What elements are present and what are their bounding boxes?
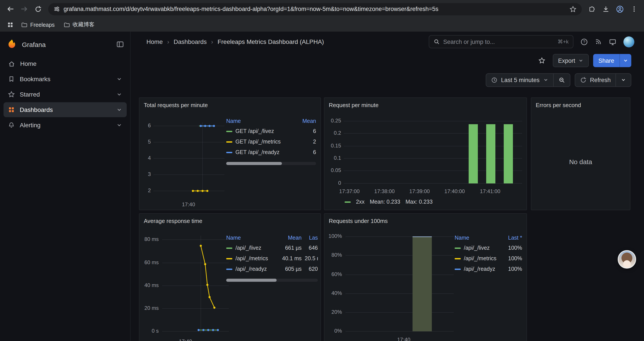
legend-col-mean[interactable]: Mean	[278, 235, 302, 241]
kiosk-monitor-icon[interactable]	[609, 38, 616, 46]
series-name[interactable]: /api/_/livez	[236, 245, 275, 251]
legend-col-mean[interactable]: Mean	[298, 118, 316, 124]
sidebar-item-starred[interactable]: Starred	[4, 87, 127, 102]
sidebar-item-bookmarks[interactable]: Bookmarks	[4, 72, 127, 87]
panel-errors-per-second[interactable]: Errors per second No data	[531, 97, 630, 210]
legend-scrollbar[interactable]	[226, 162, 316, 165]
legend-row[interactable]: /api/_/livez 100%	[454, 243, 522, 253]
series-max: Max: 0.233	[406, 199, 433, 205]
panel-average-response-time[interactable]: Average response time 80 ms 60 ms 40 ms …	[139, 213, 321, 341]
panel-title[interactable]: Average response time	[140, 214, 320, 226]
user-avatar[interactable]	[624, 36, 634, 47]
favorite-star-icon[interactable]	[535, 54, 548, 67]
browser-toolbar: grafana.mathmast.com/d/deytv4rwavabkb/fr…	[0, 0, 644, 18]
chevron-down-icon[interactable]	[116, 107, 122, 113]
legend-col-last[interactable]: Las	[305, 235, 318, 241]
time-range-picker[interactable]: Last 5 minutes	[486, 74, 553, 86]
series-name[interactable]: GET /api/_/livez	[236, 128, 296, 134]
series-name[interactable]: 2xx	[356, 199, 364, 205]
refresh-interval-button[interactable]	[616, 74, 631, 86]
panel-title[interactable]: Request per minute	[324, 98, 526, 110]
series-last: 100%	[503, 266, 522, 272]
sidebar-item-home[interactable]: Home	[4, 56, 127, 71]
y-tick: 60%	[324, 271, 342, 277]
grafana-app: Grafana Home Bookmarks Starred	[0, 32, 644, 341]
legend-row[interactable]: /api/_/livez 661 µs 646	[226, 243, 318, 253]
series-name[interactable]: GET /api/_/metrics	[236, 139, 296, 145]
browser-menu-icon[interactable]	[627, 3, 640, 16]
bar-chart[interactable]	[344, 120, 522, 186]
breadcrumb-dashboards[interactable]: Dashboards	[174, 38, 207, 45]
bookmark-freeleaps[interactable]: Freeleaps	[18, 20, 58, 30]
panel-title[interactable]: Requests under 100ms	[324, 214, 526, 226]
refresh-button[interactable]: Refresh	[575, 74, 616, 86]
panel-request-per-minute[interactable]: Request per minute 0.25 0.2 0.15 0.1 0.0…	[324, 97, 527, 210]
share-button[interactable]: Share	[593, 54, 620, 67]
star-icon	[8, 91, 15, 98]
panel-title[interactable]: Total requests per minute	[140, 98, 320, 110]
legend-row[interactable]: /api/_/readyz 100%	[454, 264, 522, 274]
extensions-icon[interactable]	[585, 3, 598, 16]
dock-menu-icon[interactable]	[116, 40, 124, 48]
zoom-out-button[interactable]	[553, 74, 570, 86]
series-name[interactable]: /api/_/metrics	[464, 255, 500, 261]
y-tick: 0.15	[324, 143, 341, 149]
dashboard-grid: Total requests per minute 6 5 4 3 2	[131, 97, 644, 341]
legend-row[interactable]: GET /api/_/metrics 2	[226, 137, 316, 147]
series-name[interactable]: GET /api/_/readyz	[236, 149, 296, 155]
line-chart[interactable]	[154, 122, 224, 195]
site-settings-icon[interactable]	[54, 6, 60, 12]
series-name[interactable]: /api/_/livez	[464, 245, 500, 251]
forward-icon[interactable]	[18, 3, 31, 16]
panel-total-requests-per-minute[interactable]: Total requests per minute 6 5 4 3 2	[139, 97, 321, 210]
dashboards-icon	[8, 106, 15, 113]
legend-row[interactable]: GET /api/_/livez 6	[226, 126, 316, 137]
breadcrumb-separator: ›	[211, 38, 213, 45]
share-menu-button[interactable]	[620, 54, 631, 67]
legend-col-name[interactable]: Name	[226, 235, 275, 241]
panel-requests-under-100ms[interactable]: Requests under 100ms 100% 80% 60% 40% 20…	[324, 213, 527, 341]
bookmark-blog[interactable]: 收藏博客	[60, 20, 98, 30]
legend-scrollbar[interactable]	[226, 279, 318, 282]
chevron-down-icon[interactable]	[116, 122, 122, 128]
legend-row[interactable]: /api/_/metrics 100%	[454, 253, 522, 264]
chevron-down-icon[interactable]	[116, 76, 122, 82]
search-field[interactable]	[443, 38, 554, 45]
svg-text:?: ?	[583, 40, 585, 44]
legend-row[interactable]: GET /api/_/readyz 6	[226, 147, 316, 158]
legend-row[interactable]: /api/_/metrics 40.1 ms 20.5 r	[226, 253, 318, 264]
apps-grid-icon[interactable]	[4, 19, 16, 31]
series-name[interactable]: /api/_/readyz	[236, 266, 275, 272]
download-icon[interactable]	[599, 3, 612, 16]
sidebar-item-alerting[interactable]: Alerting	[4, 118, 127, 133]
legend-col-name[interactable]: Name	[454, 235, 500, 241]
address-bar[interactable]: grafana.mathmast.com/d/deytv4rwavabkb/fr…	[48, 3, 582, 15]
sidebar-item-label: Bookmarks	[20, 76, 50, 83]
legend-col-name[interactable]: Name	[226, 118, 296, 124]
reload-icon[interactable]	[32, 3, 45, 16]
series-name[interactable]: /api/_/readyz	[464, 266, 500, 272]
search-input[interactable]: ⌘+k	[429, 35, 574, 48]
bar-chart[interactable]	[346, 236, 454, 333]
line-chart[interactable]	[162, 236, 229, 336]
grafana-logo-icon[interactable]	[6, 39, 18, 50]
back-icon[interactable]	[4, 3, 17, 16]
breadcrumb-separator: ›	[167, 38, 169, 45]
help-icon[interactable]: ?	[580, 38, 588, 46]
export-button[interactable]: Export	[553, 54, 589, 67]
app-header: Home › Dashboards › Freeleaps Metrics Da…	[131, 32, 644, 52]
y-tick: 60 ms	[140, 259, 159, 265]
news-rss-icon[interactable]	[595, 38, 602, 45]
series-name[interactable]: /api/_/metrics	[236, 255, 275, 261]
time-controls: Last 5 minutes Refresh	[131, 69, 644, 90]
sidebar-item-dashboards[interactable]: Dashboards	[4, 102, 127, 117]
bookmark-star-icon[interactable]	[570, 6, 576, 13]
breadcrumb-home[interactable]: Home	[146, 38, 163, 45]
panel-title[interactable]: Errors per second	[531, 98, 630, 110]
url-text[interactable]: grafana.mathmast.com/d/deytv4rwavabkb/fr…	[64, 6, 566, 12]
assistant-avatar[interactable]	[618, 250, 636, 269]
legend-col-last[interactable]: Last *	[503, 235, 522, 241]
legend-row[interactable]: /api/_/readyz 605 µs 620	[226, 264, 318, 274]
chevron-down-icon[interactable]	[116, 91, 122, 97]
profile-icon[interactable]	[613, 3, 626, 16]
